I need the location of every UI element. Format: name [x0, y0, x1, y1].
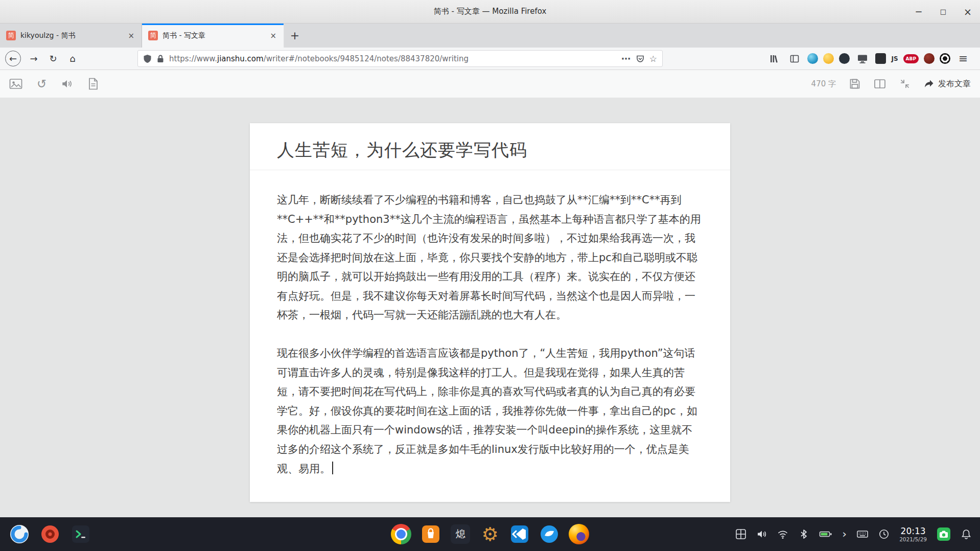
- publish-label: 发布文章: [938, 79, 971, 89]
- publish-arrow-icon: [924, 79, 934, 88]
- exit-fullscreen-icon[interactable]: [899, 78, 911, 89]
- maroon-extension-icon[interactable]: [924, 53, 935, 64]
- tab-bar: 简 kikyoulzg - 简书 × 简 简书 - 写文章 × +: [0, 24, 980, 48]
- dark-square-extension-icon[interactable]: [875, 53, 886, 64]
- library-icon[interactable]: [766, 51, 782, 66]
- js-extension-icon[interactable]: JS: [891, 55, 898, 62]
- bluetooth-icon[interactable]: [798, 529, 809, 540]
- tray-expand-icon[interactable]: ›: [842, 529, 847, 540]
- app-store-icon[interactable]: [419, 523, 442, 545]
- window-titlebar: 简书 - 写文章 — Mozilla Firefox − □ ×: [0, 0, 980, 24]
- tab-jianshu-home[interactable]: 简 kikyoulzg - 简书 ×: [0, 24, 142, 48]
- gear-glyph: ⚙: [481, 525, 498, 544]
- audio-icon[interactable]: [61, 78, 73, 90]
- article-card: 人生苦短，为什么还要学写代码 这几年，断断续续看了不少编程的书籍和博客，自己也捣…: [250, 123, 730, 502]
- notification-bell-icon[interactable]: [961, 529, 972, 540]
- screenshot-icon[interactable]: [937, 527, 951, 541]
- lock-icon[interactable]: [156, 54, 165, 63]
- screen-extension-icon[interactable]: [855, 51, 870, 66]
- settings-gear-icon[interactable]: ⚙: [479, 523, 501, 545]
- clock-datetime[interactable]: 20:13 2021/5/29: [899, 526, 927, 543]
- editor-toolbar: ↺ 470 字 发布文章: [0, 70, 980, 98]
- dock-system-tray: › 20:13 2021/5/29: [735, 526, 972, 543]
- publish-button[interactable]: 发布文章: [924, 79, 971, 89]
- tab-close-icon[interactable]: ×: [127, 31, 135, 40]
- browser-toolbar: ← → ↻ ⌂ https://www.jianshu.com/writer#/…: [0, 48, 980, 70]
- blue-round-app-icon[interactable]: [538, 523, 561, 545]
- menu-button[interactable]: ≡: [955, 51, 971, 66]
- reload-button[interactable]: ↻: [44, 50, 62, 67]
- url-path: /writer#/notebooks/9485124/notes/8843782…: [264, 54, 469, 63]
- xi-app-glyph: 熄: [451, 524, 470, 544]
- input-method-icon[interactable]: [735, 529, 746, 540]
- onboard-keyboard-icon[interactable]: [856, 528, 869, 540]
- jianshu-favicon: 简: [148, 31, 158, 40]
- wifi-icon[interactable]: [777, 529, 788, 540]
- ring-extension-icon[interactable]: [940, 53, 950, 64]
- split-view-icon[interactable]: [874, 78, 886, 89]
- dock: 熄 ⚙ ›: [0, 517, 980, 551]
- document-icon[interactable]: [87, 78, 99, 90]
- editor-content-area: 人生苦短，为什么还要学写代码 这几年，断断续续看了不少编程的书籍和博客，自己也捣…: [0, 98, 980, 517]
- clock-date: 2021/5/29: [899, 536, 927, 543]
- article-paragraph[interactable]: 现在很多小伙伴学编程的首选语言应该都是python了，“人生苦短，我用pytho…: [277, 344, 703, 478]
- firefox-icon[interactable]: [568, 523, 590, 545]
- page-actions-icon[interactable]: ⋯: [621, 53, 631, 64]
- desktop-screen: 简书 - 写文章 — Mozilla Firefox − □ × 简 kikyo…: [0, 0, 980, 551]
- editor-toolbar-left: ↺: [9, 77, 99, 90]
- editor-toolbar-right: 470 字 发布文章: [811, 78, 971, 89]
- url-scheme: https://www.: [169, 54, 217, 63]
- launcher-icon[interactable]: [8, 523, 31, 545]
- tab-jianshu-writer[interactable]: 简 简书 - 写文章 ×: [142, 24, 284, 48]
- volume-icon[interactable]: [756, 529, 767, 540]
- dock-center-group: 熄 ⚙: [390, 523, 590, 545]
- sidebar-icon[interactable]: [787, 51, 802, 66]
- terminal-icon[interactable]: [69, 523, 92, 545]
- tab-label: kikyoulzg - 简书: [20, 31, 122, 40]
- code-editor-icon[interactable]: [508, 523, 531, 545]
- url-domain: jianshu.com: [217, 54, 264, 63]
- article-title-input[interactable]: 人生苦短，为什么还要学写代码: [277, 139, 703, 162]
- save-icon[interactable]: [849, 78, 860, 89]
- history-icon[interactable]: ↺: [37, 77, 46, 90]
- clock-time: 20:13: [899, 526, 927, 536]
- xi-app-icon[interactable]: 熄: [449, 523, 472, 545]
- url-bar[interactable]: https://www.jianshu.com/writer#/notebook…: [137, 50, 663, 67]
- bookmark-star-icon[interactable]: ☆: [649, 54, 657, 64]
- maximize-button[interactable]: □: [931, 0, 955, 23]
- home-button[interactable]: ⌂: [64, 50, 81, 67]
- minimize-button[interactable]: −: [906, 0, 931, 23]
- text-cursor: [332, 462, 333, 474]
- tab-label: 简书 - 写文章: [162, 31, 264, 40]
- window-title: 简书 - 写文章 — Mozilla Firefox: [434, 7, 547, 16]
- back-button[interactable]: ←: [5, 51, 21, 66]
- globe-extension-icon[interactable]: [807, 53, 818, 64]
- new-tab-button[interactable]: +: [284, 24, 306, 48]
- close-button[interactable]: ×: [955, 0, 980, 23]
- adblock-plus-icon[interactable]: ABP: [903, 54, 919, 63]
- chrome-icon[interactable]: [390, 523, 412, 545]
- toolbar-right-icons: JS ABP ≡: [766, 51, 975, 66]
- tracking-shield-icon[interactable]: [143, 54, 152, 63]
- insert-image-icon[interactable]: [9, 78, 22, 90]
- article-title-area: 人生苦短，为什么还要学写代码: [250, 123, 730, 170]
- article-paragraph-text: 现在很多小伙伴学编程的首选语言应该都是python了，“人生苦短，我用pytho…: [277, 347, 697, 474]
- article-paragraph[interactable]: 这几年，断断续续看了不少编程的书籍和博客，自己也捣鼓了从**汇编**到**C**…: [277, 191, 703, 325]
- save-to-pocket-icon[interactable]: [636, 54, 645, 63]
- dock-left-group: [8, 523, 92, 545]
- battery-icon[interactable]: [819, 529, 832, 540]
- dark-circle-extension-icon[interactable]: [839, 53, 850, 64]
- jianshu-favicon: 简: [6, 31, 16, 40]
- url-text[interactable]: https://www.jianshu.com/writer#/notebook…: [169, 54, 617, 63]
- tab-close-icon[interactable]: ×: [269, 31, 277, 40]
- word-count: 470 字: [811, 79, 836, 89]
- window-controls: − □ ×: [906, 0, 980, 23]
- screen-recorder-icon[interactable]: [39, 523, 61, 545]
- clock-icon[interactable]: [878, 529, 890, 540]
- forward-button[interactable]: →: [25, 50, 42, 67]
- emoji-extension-icon[interactable]: [823, 53, 834, 64]
- article-body-editor[interactable]: 这几年，断断续续看了不少编程的书籍和博客，自己也捣鼓了从**汇编**到**C**…: [250, 170, 730, 502]
